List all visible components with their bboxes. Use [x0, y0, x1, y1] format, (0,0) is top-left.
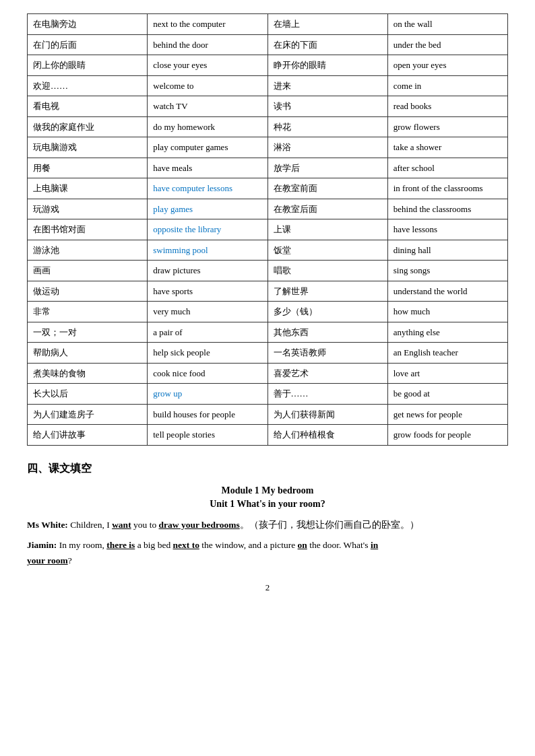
page-number: 2: [27, 582, 508, 593]
cell-chinese-2: 喜爱艺术: [268, 363, 387, 384]
table-row: 长大以后grow up善于……be good at: [28, 384, 508, 405]
cell-english-2: understand the world: [387, 281, 507, 302]
phrase-draw: draw your bedrooms: [159, 520, 240, 530]
cell-english-1: have sports: [148, 281, 268, 302]
word-want: want: [112, 520, 131, 530]
table-row: 非常very much多少（钱）how much: [28, 302, 508, 322]
module-title: Module 1 My bedroom: [27, 485, 508, 496]
cell-chinese-1: 非常: [28, 302, 148, 322]
cell-english-1: grow up: [148, 384, 268, 405]
cell-chinese-1: 一双；一对: [28, 322, 148, 343]
cell-english-2: dining hall: [387, 240, 507, 261]
cell-chinese-1: 煮美味的食物: [28, 363, 148, 384]
phrase-next-to: next to: [173, 540, 199, 550]
cell-chinese-2: 上课: [268, 219, 387, 240]
cell-chinese-2: 善于……: [268, 384, 387, 405]
cell-english-2: have lessons: [387, 219, 507, 240]
cell-chinese-1: 用餐: [28, 158, 148, 178]
cell-english-1: tell people stories: [148, 425, 268, 446]
cell-english-1: play computer games: [148, 137, 268, 158]
table-row: 煮美味的食物cook nice food喜爱艺术love art: [28, 363, 508, 384]
word-on: on: [298, 540, 307, 550]
cell-chinese-1: 游泳池: [28, 240, 148, 261]
cell-english-1: do my homework: [148, 116, 268, 137]
cell-chinese-2: 多少（钱）: [268, 302, 387, 322]
cell-chinese-2: 淋浴: [268, 137, 387, 158]
cell-chinese-1: 给人们讲故事: [28, 425, 148, 446]
dialogue-line-1: Ms White: Children, I want you to draw y…: [27, 518, 508, 533]
cell-english-1: play games: [148, 199, 268, 219]
cell-chinese-1: 做运动: [28, 281, 148, 302]
cell-english-2: in front of the classrooms: [387, 178, 507, 199]
cell-english-2: under the bed: [387, 34, 507, 55]
table-row: 帮助病人help sick people一名英语教师an English tea…: [28, 343, 508, 364]
cell-english-1: close your eyes: [148, 55, 268, 76]
table-row: 看电视watch TV读书read books: [28, 96, 508, 117]
cell-chinese-2: 进来: [268, 75, 387, 96]
cell-english-1: draw pictures: [148, 261, 268, 281]
cell-chinese-2: 在教室后面: [268, 199, 387, 219]
cell-english-1: build houses for people: [148, 404, 268, 425]
table-row: 欢迎……welcome to进来come in: [28, 75, 508, 96]
table-row: 闭上你的眼睛close your eyes睁开你的眼睛open your eye…: [28, 55, 508, 76]
cell-english-1: very much: [148, 302, 268, 322]
cell-chinese-2: 唱歌: [268, 261, 387, 281]
cell-english-1: have computer lessons: [148, 178, 268, 199]
cell-chinese-2: 在教室前面: [268, 178, 387, 199]
cell-english-2: on the wall: [387, 14, 507, 35]
cell-chinese-1: 玩游戏: [28, 199, 148, 219]
cell-english-1: a pair of: [148, 322, 268, 343]
cell-english-2: an English teacher: [387, 343, 507, 364]
cell-english-2: read books: [387, 96, 507, 117]
cell-chinese-1: 在图书馆对面: [28, 219, 148, 240]
cell-chinese-1: 闭上你的眼睛: [28, 55, 148, 76]
dialogue-text-2: In my room, there is a big bed next to t…: [27, 540, 378, 565]
cell-english-1: swimming pool: [148, 240, 268, 261]
table-row: 在图书馆对面opposite the library上课have lessons: [28, 219, 508, 240]
cell-english-2: take a shower: [387, 137, 507, 158]
cell-chinese-2: 睁开你的眼睛: [268, 55, 387, 76]
phrase-there-is: there is: [106, 540, 135, 550]
cell-english-1: welcome to: [148, 75, 268, 96]
cell-chinese-1: 在门的后面: [28, 34, 148, 55]
unit-title: Unit 1 What's in your room?: [27, 499, 508, 510]
table-row: 游泳池swimming pool饭堂dining hall: [28, 240, 508, 261]
cell-chinese-1: 长大以后: [28, 384, 148, 405]
cell-chinese-2: 种花: [268, 116, 387, 137]
table-row: 做我的家庭作业do my homework种花grow flowers: [28, 116, 508, 137]
cell-english-2: grow foods for people: [387, 425, 507, 446]
cell-chinese-2: 为人们获得新闻: [268, 404, 387, 425]
cell-chinese-2: 了解世界: [268, 281, 387, 302]
cell-chinese-1: 上电脑课: [28, 178, 148, 199]
cell-english-2: anything else: [387, 322, 507, 343]
speaker-mswhite: Ms White:: [27, 520, 68, 530]
table-row: 做运动have sports了解世界understand the world: [28, 281, 508, 302]
cell-english-2: open your eyes: [387, 55, 507, 76]
cell-chinese-2: 给人们种植根食: [268, 425, 387, 446]
cell-chinese-2: 饭堂: [268, 240, 387, 261]
dialogue-text-1: Children, I want you to draw your bedroo…: [70, 520, 419, 530]
vocabulary-table: 在电脑旁边next to the computer在墙上on the wall在…: [27, 13, 508, 446]
cell-chinese-2: 一名英语教师: [268, 343, 387, 364]
cell-chinese-1: 帮助病人: [28, 343, 148, 364]
cell-english-1: behind the door: [148, 34, 268, 55]
cell-chinese-1: 在电脑旁边: [28, 14, 148, 35]
cell-english-2: love art: [387, 363, 507, 384]
cell-chinese-2: 放学后: [268, 158, 387, 178]
cell-chinese-1: 为人们建造房子: [28, 404, 148, 425]
table-row: 玩游戏play games在教室后面behind the classrooms: [28, 199, 508, 219]
table-row: 玩电脑游戏play computer games淋浴take a shower: [28, 137, 508, 158]
cell-english-2: get news for people: [387, 404, 507, 425]
table-row: 用餐have meals放学后after school: [28, 158, 508, 178]
cell-english-2: sing songs: [387, 261, 507, 281]
cell-english-1: cook nice food: [148, 363, 268, 384]
cell-english-1: have meals: [148, 158, 268, 178]
cell-english-2: be good at: [387, 384, 507, 405]
section-title: 四、课文填空: [27, 462, 508, 476]
cell-english-2: grow flowers: [387, 116, 507, 137]
cell-chinese-2: 读书: [268, 96, 387, 117]
table-row: 画画draw pictures唱歌sing songs: [28, 261, 508, 281]
cell-english-2: behind the classrooms: [387, 199, 507, 219]
cell-english-2: after school: [387, 158, 507, 178]
cell-chinese-1: 看电视: [28, 96, 148, 117]
